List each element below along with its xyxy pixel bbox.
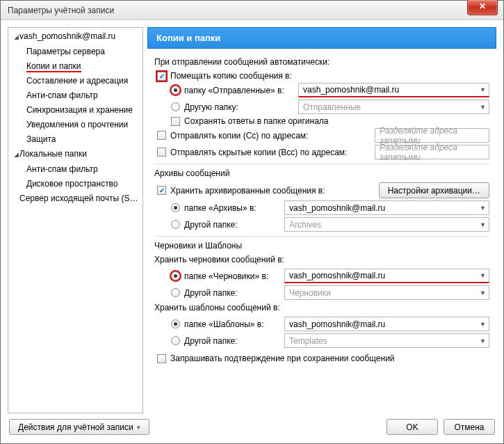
archive-folder-row: папке «Архивы» в: vash_pomoshnik@mail.ru… xyxy=(154,200,489,215)
save-replies-label: Сохранять ответы в папке оригинала xyxy=(184,116,329,126)
chevron-down-icon: ▼ xyxy=(480,86,486,93)
bcc-checkbox[interactable] xyxy=(157,148,166,157)
save-replies-checkbox[interactable] xyxy=(171,117,180,126)
templates-other-radio[interactable] xyxy=(171,336,180,345)
sent-folder-label: папку «Отправленные» в: xyxy=(184,86,294,95)
close-button[interactable]: ✕ xyxy=(467,0,498,15)
tree-account-root[interactable]: ◢vash_pomoshnik@mail.ru xyxy=(8,29,143,45)
templates-folder-row: папке «Шаблоны» в: vash_pomoshnik@mail.r… xyxy=(154,317,489,331)
chevron-down-icon: ▼ xyxy=(480,290,486,296)
drafts-other-label: Другой папке: xyxy=(184,288,280,298)
drafts-keep-title: Хранить черновики сообщений в: xyxy=(154,255,489,264)
tree-outgoing[interactable]: Сервер исходящей почты (S… xyxy=(8,191,143,206)
place-copy-label: Помещать копию сообщения в: xyxy=(170,71,292,81)
templates-keep-title: Хранить шаблоны сообщений в: xyxy=(154,303,489,312)
panel-header: Копии и папки xyxy=(147,27,496,49)
chevron-down-icon: ▼ xyxy=(480,104,486,111)
drafts-folder-label: папке «Черновики» в: xyxy=(184,271,280,281)
cancel-button[interactable]: Отмена xyxy=(444,419,495,435)
account-settings-window: Параметры учётной записи ✕ ◢vash_pomoshn… xyxy=(0,0,504,444)
templates-folder-radio[interactable] xyxy=(171,319,180,328)
archive-section-title: Архивы сообщений xyxy=(154,168,489,178)
cc-label: Отправлять копии (Cc) по адресам: xyxy=(170,131,308,141)
drafts-section-title: Черновики и Шаблоны xyxy=(154,241,489,251)
titlebar: Параметры учётной записи ✕ xyxy=(1,1,503,20)
drafts-folder-row: папке «Черновики» в: vash_pomoshnik@mail… xyxy=(154,269,489,283)
templates-other-dropdown[interactable]: Templates ▼ xyxy=(284,333,489,348)
templates-folder-label: папке «Шаблоны» в: xyxy=(184,319,280,329)
bcc-row: Отправлять скрытые копии (Bcc) по адреса… xyxy=(154,145,489,159)
drafts-other-row: Другой папке: Черновики ▼ xyxy=(154,285,489,300)
dialog-body: ◢vash_pomoshnik@mail.ru Параметры сервер… xyxy=(1,20,503,413)
tree-item-sync[interactable]: Синхронизация и хранение xyxy=(8,103,143,118)
sent-other-radio[interactable] xyxy=(171,102,180,111)
separator xyxy=(154,164,489,164)
chevron-down-icon: ▼ xyxy=(480,321,486,328)
cc-row: Отправлять копии (Cc) по адресам: Раздел… xyxy=(154,128,489,143)
sent-folder-radio[interactable] xyxy=(171,86,180,95)
templates-other-row: Другой папке: Templates ▼ xyxy=(154,333,489,348)
chevron-down-icon: ◢ xyxy=(14,149,19,161)
tree-item-server[interactable]: Параметры сервера xyxy=(8,45,143,59)
chevron-down-icon: ▼ xyxy=(480,338,486,344)
place-copy-checkbox[interactable]: ✓ xyxy=(157,72,166,81)
sending-section-title: При отправлении сообщений автоматически: xyxy=(154,57,489,67)
accounts-tree: ◢vash_pomoshnik@mail.ru Параметры сервер… xyxy=(8,27,143,413)
panel-content: При отправлении сообщений автоматически:… xyxy=(147,49,496,413)
templates-folder-dropdown[interactable]: vash_pomoshnik@mail.ru ▼ xyxy=(284,317,489,331)
archive-folder-dropdown[interactable]: vash_pomoshnik@mail.ru ▼ xyxy=(284,200,489,215)
tree-item-local-disk[interactable]: Дисковое пространство xyxy=(8,177,143,191)
archive-keep-row: ✓ Хранить архивированные сообщения в: На… xyxy=(154,182,489,198)
main-panel: Копии и папки При отправлении сообщений … xyxy=(147,27,496,413)
ok-button[interactable]: OK xyxy=(387,419,438,435)
archive-other-dropdown[interactable]: Archives ▼ xyxy=(284,217,489,232)
archive-other-radio[interactable] xyxy=(171,220,180,229)
drafts-folder-radio[interactable] xyxy=(171,271,180,280)
sent-other-row: Другую папку: Отправленные ▼ xyxy=(154,100,489,114)
sent-other-dropdown[interactable]: Отправленные ▼ xyxy=(298,100,489,114)
save-replies-row: Сохранять ответы в папке оригинала xyxy=(154,116,489,126)
archive-folder-radio[interactable] xyxy=(171,203,180,212)
confirm-save-row: Запрашивать подтверждение при сохранении… xyxy=(154,354,489,363)
sent-other-label: Другую папку: xyxy=(184,102,294,112)
drafts-folder-dropdown[interactable]: vash_pomoshnik@mail.ru ▼ xyxy=(284,269,489,283)
close-icon: ✕ xyxy=(479,1,486,11)
place-copy-row: ✓ Помещать копию сообщения в: xyxy=(154,71,489,81)
tree-item-security[interactable]: Защита xyxy=(8,132,143,147)
archive-keep-checkbox[interactable]: ✓ xyxy=(157,186,166,195)
tree-item-junk[interactable]: Анти-спам фильтр xyxy=(8,88,143,103)
confirm-save-checkbox[interactable] xyxy=(157,354,166,363)
archive-settings-button[interactable]: Настройки архивации… xyxy=(379,182,489,198)
tree-item-local-junk[interactable]: Анти-спам фильтр xyxy=(8,162,143,177)
chevron-down-icon: ▼ xyxy=(480,205,486,212)
bcc-label: Отправлять скрытые копии (Bcc) по адреса… xyxy=(170,148,347,157)
dialog-footer: Действия для учётной записи OK Отмена xyxy=(1,413,503,443)
sent-folder-row: папку «Отправленные» в: vash_pomoshnik@m… xyxy=(154,83,489,97)
account-actions-button[interactable]: Действия для учётной записи xyxy=(9,419,149,435)
drafts-other-dropdown[interactable]: Черновики ▼ xyxy=(284,285,489,300)
confirm-save-label: Запрашивать подтверждение при сохранении… xyxy=(170,354,395,363)
bcc-input[interactable]: Разделяйте адреса запятыми xyxy=(375,145,489,159)
tree-item-copies[interactable]: Копии и папки xyxy=(8,59,143,74)
cc-checkbox[interactable] xyxy=(157,131,166,140)
tree-local-root[interactable]: ◢Локальные папки xyxy=(8,147,143,162)
templates-other-label: Другой папке: xyxy=(184,336,280,346)
chevron-down-icon: ▼ xyxy=(480,221,486,228)
archive-other-label: Другой папке: xyxy=(184,220,280,230)
window-title: Параметры учётной записи xyxy=(8,6,114,15)
tree-item-receipts[interactable]: Уведомления о прочтении xyxy=(8,118,143,132)
archive-keep-label: Хранить архивированные сообщения в: xyxy=(170,186,325,196)
chevron-down-icon: ▼ xyxy=(480,272,486,279)
sent-folder-dropdown[interactable]: vash_pomoshnik@mail.ru ▼ xyxy=(298,83,489,97)
cc-input[interactable]: Разделяйте адреса запятыми xyxy=(375,128,489,143)
archive-other-row: Другой папке: Archives ▼ xyxy=(154,217,489,232)
drafts-other-radio[interactable] xyxy=(171,288,180,297)
archive-folder-label: папке «Архивы» в: xyxy=(184,203,280,213)
chevron-down-icon: ◢ xyxy=(14,31,19,43)
tree-item-composition[interactable]: Составление и адресация xyxy=(8,74,143,88)
separator xyxy=(154,236,489,237)
